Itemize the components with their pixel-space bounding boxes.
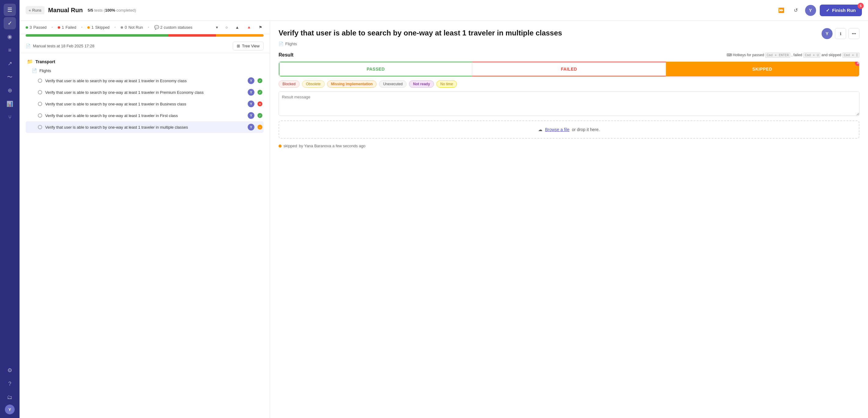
notrun-label: Not Run bbox=[128, 25, 143, 30]
result-label: Result bbox=[279, 52, 293, 58]
page-title: Manual Run bbox=[48, 7, 83, 14]
refresh-button[interactable]: ↺ bbox=[790, 5, 801, 16]
test-status-skip: – bbox=[257, 125, 262, 129]
file-icon: 📄 bbox=[32, 68, 37, 73]
sidebar-chart[interactable]: 📊 bbox=[4, 98, 16, 110]
status-bar: 3 Passed • 1 Failed • 1 Skipped • bbox=[20, 21, 270, 34]
sidebar-trending[interactable]: ↗ bbox=[4, 57, 16, 70]
passed-count: 3 bbox=[30, 25, 32, 30]
status-divider-4: • bbox=[148, 25, 149, 30]
test-item-active[interactable]: Verify that user is able to search by on… bbox=[26, 121, 264, 133]
progress-pass bbox=[26, 34, 168, 37]
tests-count: 5/5 bbox=[88, 8, 93, 12]
topbar-actions: ⏩ ↺ Y ✓ Finish Run 5 bbox=[776, 5, 862, 16]
back-label: Runs bbox=[32, 8, 41, 12]
skipped-text: skipped bbox=[283, 144, 297, 148]
test-detail-actions: Y ℹ ••• bbox=[822, 28, 860, 39]
user-avatar[interactable]: Y bbox=[805, 5, 816, 16]
fast-forward-button[interactable]: ⏩ bbox=[776, 5, 787, 16]
notrun-dot bbox=[121, 26, 123, 29]
folder-transport[interactable]: 📁 Transport bbox=[26, 57, 264, 66]
tests-meta: 5/5 tests (100% completed) bbox=[88, 8, 136, 12]
detail-more-button[interactable]: ••• bbox=[848, 28, 860, 39]
custom-count: 2 bbox=[160, 25, 162, 30]
pass-button[interactable]: PASSED bbox=[279, 62, 472, 77]
folder-name: Transport bbox=[35, 59, 55, 64]
test-radio bbox=[38, 113, 42, 118]
finish-badge: 5 bbox=[858, 3, 864, 9]
result-header: Result ⌨ Hotkeys for passed Cmd + ENTER … bbox=[279, 52, 860, 58]
tag-unexecuted[interactable]: Unexecuted bbox=[379, 80, 406, 88]
sidebar-help[interactable]: ? bbox=[4, 378, 16, 390]
skip-label: SKIPPED bbox=[752, 67, 772, 71]
notrun-count: 0 bbox=[125, 25, 127, 30]
status-divider-3: • bbox=[115, 25, 116, 30]
flag-full-button[interactable]: ⚑ bbox=[257, 25, 264, 30]
flag-red-button[interactable]: 🔺 bbox=[245, 25, 253, 30]
tag-no-time[interactable]: No time bbox=[436, 80, 457, 88]
circle-button[interactable]: ○ bbox=[224, 25, 229, 30]
progress-skip bbox=[216, 34, 264, 37]
completed-pct: 100% bbox=[105, 8, 115, 12]
hotkeys-prefix: Hotkeys for passed bbox=[733, 53, 764, 57]
content-area: 3 Passed • 1 Failed • 1 Skipped • bbox=[20, 21, 868, 418]
file-drop-zone[interactable]: ☁ Browse a file or drop it here. bbox=[279, 120, 860, 139]
up-button[interactable]: ▲ bbox=[234, 25, 240, 30]
sidebar-pulse[interactable]: 〜 bbox=[4, 71, 16, 83]
browse-file-link[interactable]: Browse a file bbox=[545, 127, 569, 132]
test-item[interactable]: Verify that user is able to search by on… bbox=[26, 87, 264, 98]
test-radio bbox=[38, 125, 42, 129]
sidebar-hamburger[interactable]: ☰ bbox=[4, 4, 16, 16]
test-radio bbox=[38, 90, 42, 94]
test-item[interactable]: Verify that user is able to search by on… bbox=[26, 110, 264, 121]
skip-status-dot bbox=[279, 145, 282, 148]
finish-run-button[interactable]: ✓ Finish Run 5 bbox=[820, 5, 862, 16]
status-passed: 3 Passed bbox=[26, 25, 47, 30]
folder-closed-icon: 📁 bbox=[27, 59, 33, 64]
tree-view-button[interactable]: ⊞ Tree View bbox=[233, 41, 264, 51]
chevron-down-button[interactable]: ▾ bbox=[215, 25, 219, 30]
subfolder-name: Flights bbox=[39, 68, 51, 73]
upload-icon: ☁ bbox=[538, 127, 542, 132]
folder-flights[interactable]: 📄 Flights bbox=[26, 66, 264, 75]
skipped-dot bbox=[87, 26, 90, 29]
sidebar-activity[interactable]: ◉ bbox=[4, 31, 16, 43]
sidebar-folder[interactable]: 🗂 bbox=[4, 391, 16, 403]
result-section: Result ⌨ Hotkeys for passed Cmd + ENTER … bbox=[279, 52, 860, 148]
failed-dot bbox=[58, 26, 60, 29]
sidebar-check[interactable]: ✓ bbox=[4, 17, 16, 29]
tag-missing-implementation[interactable]: Missing implementation bbox=[327, 80, 377, 88]
hotkeys-passed-key: Cmd + ENTER bbox=[765, 53, 790, 58]
left-panel: 3 Passed • 1 Failed • 1 Skipped • bbox=[20, 21, 270, 418]
skip-button[interactable]: SKIPPED 4 bbox=[666, 62, 859, 77]
test-label: Verify that user is able to search by on… bbox=[45, 102, 245, 106]
test-assignee-avatar: Y bbox=[248, 124, 254, 130]
status-failed: 1 Failed bbox=[58, 25, 76, 30]
test-item[interactable]: Verify that user is able to search by on… bbox=[26, 98, 264, 110]
test-label: Verify that user is able to search by on… bbox=[45, 125, 245, 129]
tag-not-ready[interactable]: Not ready bbox=[409, 80, 434, 88]
sidebar-branch[interactable]: ⑂ bbox=[4, 111, 16, 123]
sidebar-user-avatar[interactable]: Y bbox=[5, 405, 15, 414]
test-item[interactable]: Verify that user is able to search by on… bbox=[26, 75, 264, 87]
test-status-pass: ✓ bbox=[257, 113, 262, 118]
failed-count: 1 bbox=[62, 25, 64, 30]
test-label: Verify that user is able to search by on… bbox=[45, 113, 245, 118]
test-label: Verify that user is able to search by on… bbox=[45, 79, 245, 83]
test-detail-header: Verify that user is able to search by on… bbox=[279, 28, 860, 39]
tag-blocked[interactable]: Blocked bbox=[279, 80, 300, 88]
back-button[interactable]: « Runs bbox=[26, 6, 44, 14]
detail-user-avatar[interactable]: Y bbox=[822, 28, 833, 39]
back-arrow-icon: « bbox=[29, 8, 31, 12]
detail-info-button[interactable]: ℹ bbox=[835, 28, 846, 39]
result-message-input[interactable] bbox=[279, 91, 860, 116]
tag-obsolete[interactable]: Obsolete bbox=[302, 80, 325, 88]
sidebar-list[interactable]: ≡ bbox=[4, 44, 16, 56]
drop-text: or drop it here. bbox=[572, 127, 600, 132]
skipped-label: Skipped bbox=[95, 25, 110, 30]
hotkeys-skipped-prefix: and skipped bbox=[822, 53, 841, 57]
status-notrun: 0 Not Run bbox=[121, 25, 143, 30]
sidebar-settings[interactable]: ⚙ bbox=[4, 364, 16, 377]
fail-button[interactable]: FAILED bbox=[472, 62, 665, 77]
sidebar-target[interactable]: ⊕ bbox=[4, 84, 16, 96]
